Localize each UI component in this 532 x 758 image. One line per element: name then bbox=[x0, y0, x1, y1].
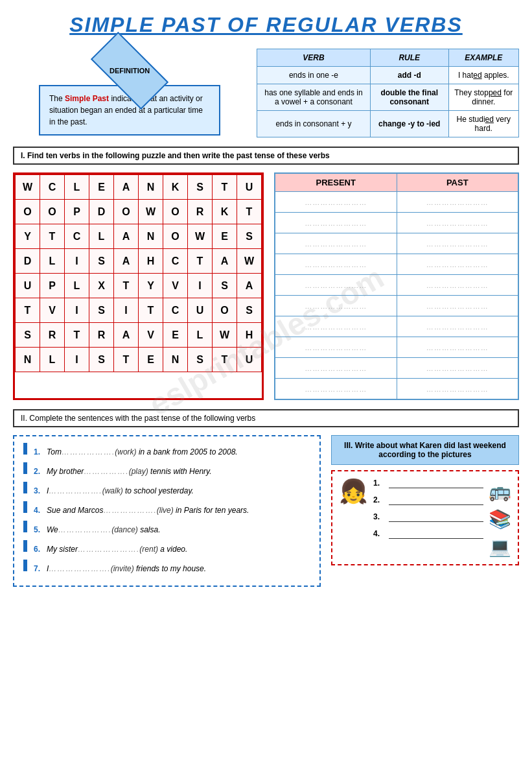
grid-cell: T bbox=[139, 298, 163, 323]
grid-cell: E bbox=[89, 175, 114, 200]
karen-activity-row: 4. bbox=[373, 528, 483, 539]
sentence-marker bbox=[23, 501, 27, 513]
karen-answer-line bbox=[389, 512, 483, 522]
present-cell: …………………… bbox=[275, 296, 397, 316]
present-past-row: ………………………………………… bbox=[275, 213, 518, 233]
sentence-item: 2. My brother…………….(play) tennis with He… bbox=[23, 462, 310, 479]
present-past-row: ………………………………………… bbox=[275, 275, 518, 296]
sentence-number: 5. bbox=[34, 522, 44, 538]
karen-item-number: 4. bbox=[373, 529, 384, 538]
sentence-number: 3. bbox=[34, 483, 44, 499]
sentence-item: 4. Sue and Marcos……………….(live) in Paris … bbox=[23, 501, 310, 518]
grid-cell: C bbox=[163, 298, 188, 323]
sentence-text: Sue and Marcos……………….(live) in Paris for… bbox=[47, 503, 249, 518]
grid-cell: V bbox=[40, 298, 65, 323]
activity-icons: 🚌 📚 💻 bbox=[489, 478, 511, 558]
grid-cell: T bbox=[188, 249, 213, 274]
grid-cell: E bbox=[213, 224, 237, 249]
present-cell: …………………… bbox=[275, 192, 397, 213]
present-cell: …………………… bbox=[275, 213, 397, 233]
present-cell: …………………… bbox=[275, 316, 397, 337]
present-cell: …………………… bbox=[275, 379, 397, 399]
present-cell: …………………… bbox=[275, 254, 397, 275]
grid-cell: O bbox=[16, 200, 40, 224]
section3-box: III. Write about what Karen did last wee… bbox=[331, 435, 519, 587]
karen-activity-row: 3. bbox=[373, 512, 483, 522]
karen-answer-line bbox=[389, 495, 483, 505]
rule-verb-2: has one syllable and ends in a vowel + a… bbox=[257, 84, 371, 111]
past-cell: …………………… bbox=[397, 192, 518, 213]
grid-cell: E bbox=[163, 323, 188, 348]
grid-cell: I bbox=[65, 249, 89, 274]
karen-item-number: 2. bbox=[373, 495, 384, 504]
grid-cell: S bbox=[89, 249, 114, 274]
sentence-marker bbox=[23, 482, 27, 493]
definition-container: DEFINITION The Simple Past indicates tha… bbox=[13, 49, 246, 137]
rule-rule-1: add -d bbox=[370, 67, 448, 84]
grid-cell: P bbox=[40, 274, 65, 298]
present-past-row: ………………………………………… bbox=[275, 379, 518, 399]
grid-cell: L bbox=[65, 175, 89, 200]
grid-cell: O bbox=[213, 298, 237, 323]
simple-past-highlight: Simple Past bbox=[65, 94, 109, 103]
sentence-number: 7. bbox=[34, 561, 44, 576]
section1-header: I. Find ten verbs in the following puzzl… bbox=[13, 147, 519, 165]
karen-answer-line bbox=[389, 478, 483, 488]
grid-cell: S bbox=[213, 274, 237, 298]
past-cell: …………………… bbox=[397, 275, 518, 296]
sentence-item: 3. I……………….(walk) to school yesterday. bbox=[23, 482, 310, 499]
sentence-marker bbox=[23, 462, 27, 474]
table-row: ends in one -e add -d I hated apples. bbox=[257, 67, 519, 84]
grid-cell: A bbox=[114, 224, 139, 249]
bus-icon: 🚌 bbox=[489, 480, 511, 502]
grid-cell: Y bbox=[139, 274, 163, 298]
grid-cell: T bbox=[237, 200, 262, 224]
grid-cell: C bbox=[40, 175, 65, 200]
present-cell: …………………… bbox=[275, 337, 397, 358]
grid-cell: Y bbox=[16, 224, 40, 249]
book-icon: 📚 bbox=[489, 508, 511, 530]
grid-cell: U bbox=[188, 298, 213, 323]
grid-cell: A bbox=[114, 175, 139, 200]
rule-example-3: He studied very hard. bbox=[448, 111, 518, 137]
past-cell: …………………… bbox=[397, 337, 518, 358]
table-row: ends in consonant + y change -y to -ied … bbox=[257, 111, 519, 137]
sentence-marker bbox=[23, 560, 27, 571]
sentence-marker bbox=[23, 521, 27, 532]
rules-header-rule: RULE bbox=[370, 49, 448, 67]
grid-cell: S bbox=[89, 298, 114, 323]
rule-rule-3: change -y to -ied bbox=[370, 111, 448, 137]
present-past-row: ………………………………………… bbox=[275, 296, 518, 316]
grid-cell: O bbox=[114, 200, 139, 224]
present-past-row: ………………………………………… bbox=[275, 337, 518, 358]
grid-cell: S bbox=[237, 224, 262, 249]
grid-cell: L bbox=[65, 274, 89, 298]
sentence-item: 7. I………………….(invite) friends to my house… bbox=[23, 560, 310, 576]
grid-cell: D bbox=[89, 200, 114, 224]
present-cell: …………………… bbox=[275, 275, 397, 296]
grid-cell: V bbox=[163, 274, 188, 298]
sentence-number: 6. bbox=[34, 541, 44, 557]
sentence-text: My sister………………….(rent) a video. bbox=[47, 541, 187, 557]
grid-cell: A bbox=[237, 274, 262, 298]
grid-cell: A bbox=[114, 249, 139, 274]
grid-cell: O bbox=[40, 200, 65, 224]
grid-cell: R bbox=[188, 200, 213, 224]
rule-example-1: I hated apples. bbox=[448, 67, 518, 84]
grid-cell: S bbox=[89, 348, 114, 372]
past-cell: …………………… bbox=[397, 233, 518, 254]
grid-cell: C bbox=[65, 224, 89, 249]
grid-cell: S bbox=[16, 323, 40, 348]
sentence-marker bbox=[23, 540, 27, 552]
grid-cell: K bbox=[213, 200, 237, 224]
past-cell: …………………… bbox=[397, 358, 518, 379]
past-cell: …………………… bbox=[397, 254, 518, 275]
grid-cell: L bbox=[89, 224, 114, 249]
section3-header: III. Write about what Karen did last wee… bbox=[331, 435, 519, 465]
girl-icon: 👧 bbox=[339, 478, 368, 505]
grid-cell: U bbox=[16, 274, 40, 298]
grid-cell: T bbox=[40, 224, 65, 249]
sentence-text: I………………….(invite) friends to my house. bbox=[47, 561, 206, 576]
grid-cell: H bbox=[139, 249, 163, 274]
sentence-number: 1. bbox=[34, 444, 44, 460]
